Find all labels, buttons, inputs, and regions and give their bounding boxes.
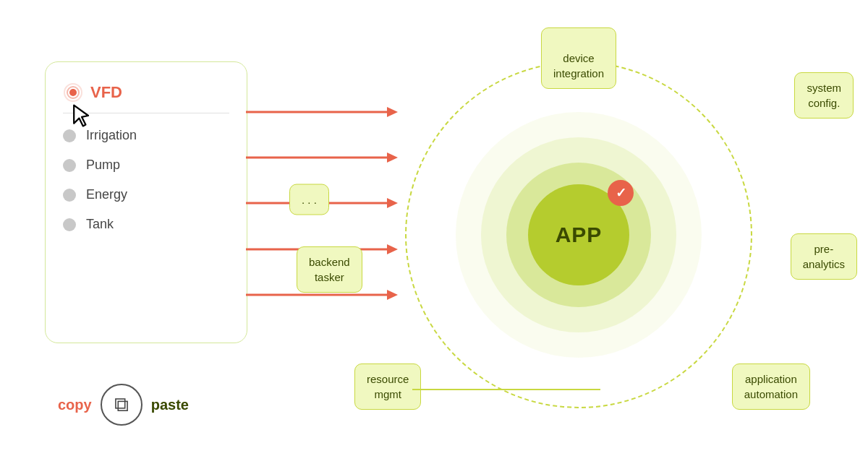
vfd-label: VFD bbox=[90, 83, 122, 102]
dots-label: . . . bbox=[302, 193, 317, 205]
feature-box-device-integration: deviceintegration bbox=[541, 27, 616, 89]
menu-dot-pump bbox=[63, 159, 76, 172]
feature-box-dots: . . . bbox=[289, 184, 329, 215]
menu-label-irrigation: Irrigation bbox=[86, 128, 137, 143]
menu-dot-tank bbox=[63, 218, 76, 231]
menu-item-tank[interactable]: Tank bbox=[63, 210, 229, 239]
vfd-row[interactable]: VFD bbox=[63, 82, 229, 113]
menu-card: VFD Irrigation Pump Energy Tank bbox=[45, 61, 247, 343]
application-automation-label: applicationautomation bbox=[744, 373, 798, 400]
backend-tasker-label: backendtasker bbox=[309, 256, 350, 283]
copy-paste-section: copy ⧉ paste bbox=[58, 384, 189, 426]
copy-label: copy bbox=[58, 397, 92, 413]
vfd-signal-indicator bbox=[63, 82, 83, 103]
copy-icon-circle[interactable]: ⧉ bbox=[101, 384, 142, 426]
checkmark-icon: ✓ bbox=[616, 185, 626, 201]
resource-mgmt-label: resourcemgmt bbox=[367, 373, 409, 400]
app-label: APP bbox=[556, 223, 603, 247]
menu-item-energy[interactable]: Energy bbox=[63, 180, 229, 210]
feature-box-system-config: systemconfig. bbox=[794, 72, 854, 119]
app-center: APP ✓ bbox=[528, 184, 629, 285]
system-config-label: systemconfig. bbox=[807, 82, 841, 109]
svg-marker-0 bbox=[74, 106, 88, 126]
feature-box-pre-analytics: pre-analytics bbox=[791, 233, 857, 280]
menu-label-tank: Tank bbox=[86, 217, 114, 232]
check-badge: ✓ bbox=[608, 180, 634, 206]
bottom-connector-svg bbox=[412, 382, 600, 397]
feature-box-application-automation: applicationautomation bbox=[732, 363, 810, 410]
paste-label: paste bbox=[151, 397, 189, 413]
menu-dot-irrigation bbox=[63, 129, 76, 142]
copy-paste-icon: ⧉ bbox=[114, 393, 129, 417]
feature-box-resource-mgmt: resourcemgmt bbox=[354, 363, 421, 410]
device-integration-label: deviceintegration bbox=[553, 52, 604, 79]
menu-label-energy: Energy bbox=[86, 187, 127, 202]
menu-dot-energy bbox=[63, 189, 76, 202]
menu-label-pump: Pump bbox=[86, 158, 120, 173]
cursor-icon bbox=[69, 103, 95, 129]
pre-analytics-label: pre-analytics bbox=[803, 243, 845, 270]
feature-box-backend-tasker: backendtasker bbox=[297, 246, 362, 293]
menu-item-pump[interactable]: Pump bbox=[63, 150, 229, 180]
diagram-area: APP ✓ deviceintegration . . . systemconf… bbox=[311, 14, 846, 455]
